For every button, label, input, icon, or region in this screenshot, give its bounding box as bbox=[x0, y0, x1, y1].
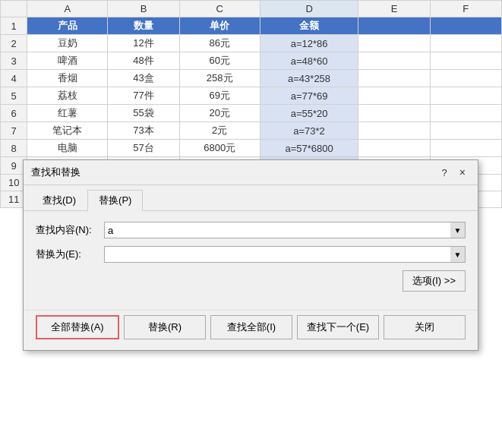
replace-dropdown-btn[interactable]: ▼ bbox=[450, 246, 466, 263]
cell-d8[interactable]: a=57*6800 bbox=[260, 140, 358, 157]
dialog-titlebar: 查找和替换 ? × bbox=[24, 160, 478, 185]
col-header-b[interactable]: B bbox=[108, 1, 179, 17]
find-replace-dialog: 查找和替换 ? × 查找(D) 替换(P) 查找内容(N): ▼ 替换为(E):… bbox=[23, 159, 478, 351]
cell-e8[interactable] bbox=[358, 140, 430, 157]
row-number: 2 bbox=[1, 35, 27, 52]
cell-d2[interactable]: a=12*86 bbox=[260, 35, 358, 52]
cell-c5[interactable]: 69元 bbox=[179, 87, 260, 105]
cell-f1[interactable] bbox=[430, 17, 501, 35]
cell-f6[interactable] bbox=[430, 105, 501, 122]
cell-b1[interactable]: 数量 bbox=[108, 17, 179, 35]
cell-e4[interactable] bbox=[358, 70, 430, 87]
tab-replace[interactable]: 替换(P) bbox=[87, 190, 143, 211]
cell-f5[interactable] bbox=[430, 87, 501, 105]
replace-label: 替换为(E): bbox=[36, 248, 104, 261]
table-row: 8电脑57台6800元a=57*6800 bbox=[1, 140, 502, 157]
cell-c2[interactable]: 86元 bbox=[179, 35, 260, 52]
cell-b4[interactable]: 43盒 bbox=[108, 70, 179, 87]
row-number: 6 bbox=[1, 105, 27, 122]
cell-a6[interactable]: 红薯 bbox=[27, 105, 108, 122]
dialog-help-button[interactable]: ? bbox=[437, 166, 452, 180]
cell-b7[interactable]: 73本 bbox=[108, 122, 179, 140]
cell-a1[interactable]: 产品 bbox=[27, 17, 108, 35]
cell-a7[interactable]: 笔记本 bbox=[27, 122, 108, 140]
cell-e1[interactable] bbox=[358, 17, 430, 35]
replace-all-button[interactable]: 全部替换(A) bbox=[36, 315, 119, 339]
cell-d3[interactable]: a=48*60 bbox=[260, 52, 358, 70]
col-header-rownum bbox=[1, 1, 27, 17]
options-row: 选项(I) >> bbox=[36, 270, 466, 292]
replace-input[interactable] bbox=[104, 246, 466, 263]
cell-e3[interactable] bbox=[358, 52, 430, 70]
table-row: 7笔记本73本2元a=73*2 bbox=[1, 122, 502, 140]
options-button[interactable]: 选项(I) >> bbox=[403, 270, 466, 292]
cell-c4[interactable]: 258元 bbox=[179, 70, 260, 87]
cell-a5[interactable]: 荔枝 bbox=[27, 87, 108, 105]
cell-f4[interactable] bbox=[430, 70, 501, 87]
table-row: 4香烟43盒258元a=43*258 bbox=[1, 70, 502, 87]
row-number: 3 bbox=[1, 52, 27, 70]
replace-row: 替换为(E): ▼ bbox=[36, 246, 466, 263]
tab-find[interactable]: 查找(D) bbox=[31, 190, 87, 211]
close-button[interactable]: 关闭 bbox=[384, 315, 466, 339]
dialog-title: 查找和替换 bbox=[31, 166, 81, 179]
find-label: 查找内容(N): bbox=[36, 223, 104, 237]
row-number: 1 bbox=[1, 17, 27, 35]
cell-c7[interactable]: 2元 bbox=[179, 122, 260, 140]
cell-b6[interactable]: 55袋 bbox=[108, 105, 179, 122]
replace-button[interactable]: 替换(R) bbox=[124, 315, 206, 339]
cell-c8[interactable]: 6800元 bbox=[179, 140, 260, 157]
row-number: 4 bbox=[1, 70, 27, 87]
find-all-button[interactable]: 查找全部(I) bbox=[210, 315, 292, 339]
table-row: 5荔枝77件69元a=77*69 bbox=[1, 87, 502, 105]
replace-input-wrap: ▼ bbox=[104, 246, 466, 263]
table-row: 6红薯55袋20元a=55*20 bbox=[1, 105, 502, 122]
cell-b2[interactable]: 12件 bbox=[108, 35, 179, 52]
find-input-wrap: ▼ bbox=[104, 222, 466, 238]
row-number: 7 bbox=[1, 122, 27, 140]
col-header-d[interactable]: D bbox=[260, 1, 358, 17]
cell-c6[interactable]: 20元 bbox=[179, 105, 260, 122]
cell-d1[interactable]: 金额 bbox=[260, 17, 358, 35]
cell-c3[interactable]: 60元 bbox=[179, 52, 260, 70]
row-number: 8 bbox=[1, 140, 27, 157]
col-header-e[interactable]: E bbox=[358, 1, 430, 17]
col-header-f[interactable]: F bbox=[430, 1, 501, 17]
row-number: 5 bbox=[1, 87, 27, 105]
find-row: 查找内容(N): ▼ bbox=[36, 222, 466, 238]
dialog-close-button[interactable]: × bbox=[455, 165, 470, 180]
cell-f7[interactable] bbox=[430, 122, 501, 140]
cell-c1[interactable]: 单价 bbox=[179, 17, 260, 35]
dialog-buttons: 全部替换(A) 替换(R) 查找全部(I) 查找下一个(E) 关闭 bbox=[24, 310, 478, 350]
cell-d7[interactable]: a=73*2 bbox=[260, 122, 358, 140]
dialog-controls: ? × bbox=[437, 165, 470, 180]
cell-d4[interactable]: a=43*258 bbox=[260, 70, 358, 87]
dialog-tabs: 查找(D) 替换(P) bbox=[24, 185, 478, 211]
cell-e2[interactable] bbox=[358, 35, 430, 52]
cell-e7[interactable] bbox=[358, 122, 430, 140]
dialog-content: 查找内容(N): ▼ 替换为(E): ▼ 选项(I) >> bbox=[24, 211, 478, 310]
cell-b8[interactable]: 57台 bbox=[108, 140, 179, 157]
table-row: 3啤酒48件60元a=48*60 bbox=[1, 52, 502, 70]
cell-d6[interactable]: a=55*20 bbox=[260, 105, 358, 122]
cell-f2[interactable] bbox=[430, 35, 501, 52]
col-header-c[interactable]: C bbox=[179, 1, 260, 17]
table-row: 2豆奶12件86元a=12*86 bbox=[1, 35, 502, 52]
cell-a2[interactable]: 豆奶 bbox=[27, 35, 108, 52]
find-dropdown-btn[interactable]: ▼ bbox=[450, 222, 466, 238]
cell-e6[interactable] bbox=[358, 105, 430, 122]
cell-f3[interactable] bbox=[430, 52, 501, 70]
cell-b5[interactable]: 77件 bbox=[108, 87, 179, 105]
cell-a3[interactable]: 啤酒 bbox=[27, 52, 108, 70]
find-input[interactable] bbox=[104, 222, 466, 238]
cell-a8[interactable]: 电脑 bbox=[27, 140, 108, 157]
find-next-button[interactable]: 查找下一个(E) bbox=[297, 315, 379, 339]
cell-d5[interactable]: a=77*69 bbox=[260, 87, 358, 105]
cell-f8[interactable] bbox=[430, 140, 501, 157]
cell-e5[interactable] bbox=[358, 87, 430, 105]
cell-b3[interactable]: 48件 bbox=[108, 52, 179, 70]
col-header-a[interactable]: A bbox=[27, 1, 108, 17]
cell-a4[interactable]: 香烟 bbox=[27, 70, 108, 87]
table-row: 1产品数量单价金额 bbox=[1, 17, 502, 35]
